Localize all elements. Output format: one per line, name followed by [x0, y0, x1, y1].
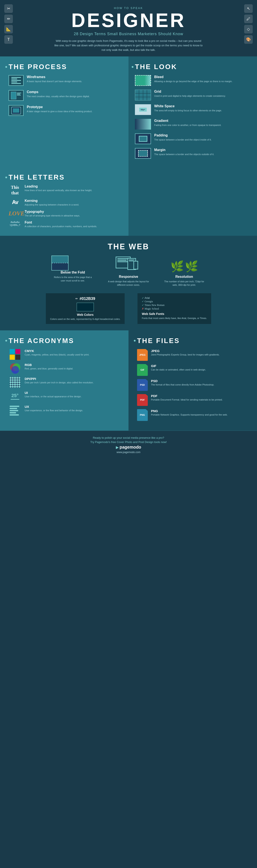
- cmyk-desc: Cyan, magenta, yellow, and key (black), …: [25, 353, 89, 356]
- color-swatch: [77, 303, 94, 311]
- gradient-text: Gradient Fading from one color to anothe…: [154, 119, 221, 127]
- whitespace-text: White Space The area left empty to bring…: [154, 104, 222, 113]
- wireframes-item: Wireframes A basic layout that doesn't y…: [8, 75, 122, 86]
- letters-title: THE LETTERS: [8, 173, 65, 181]
- paint-icon: 🎨: [244, 35, 253, 44]
- fold-bottom: [52, 263, 68, 270]
- grid-icon: [135, 90, 151, 100]
- letters-column: THE LETTERS Thisthat Leading How lines o…: [0, 169, 128, 236]
- dpi-text: DPI/PPI Dots per inch / pixels per inch …: [25, 377, 94, 384]
- whitespace-item: 50p+ White Space The area left empty to …: [135, 104, 251, 115]
- web-colors-label: Web Colors: [77, 313, 94, 316]
- header: ✂ ✏ 📐 T ↖ 🖊 ◇ 🎨 How to Speak DESIGNER 28…: [0, 0, 257, 56]
- brand-arrow: ▶: [116, 445, 118, 449]
- psd-icon: PSD: [137, 379, 148, 391]
- margin-text: Margin The space between a border and th…: [154, 148, 214, 156]
- png-text: PNG Portable Network Graphics. Supports …: [151, 409, 228, 416]
- header-description: With easy-to-use graphic design tools fr…: [53, 39, 204, 52]
- below-fold-desc: Refers to the area of the page that a us…: [51, 275, 94, 283]
- font-tnr: Times New Roman: [142, 304, 207, 307]
- web-fonts-desc: Fonts that most users likely have, like …: [142, 317, 207, 320]
- pencil-icon: ✏: [4, 14, 13, 23]
- grid-item: Grid Used in print and digital to help a…: [135, 90, 251, 100]
- font-georgia: Georgia: [142, 300, 207, 303]
- web-fonts-box: Arial Georgia Times New Roman Magic Scho…: [138, 293, 211, 324]
- jpeg-item: JPEG JPEG Joint Photographic Experts Gro…: [137, 349, 251, 361]
- margin-item: Margin The space between a border and th…: [135, 148, 251, 159]
- wireframes-desc: A basic layout that doesn't yet have des…: [27, 80, 82, 83]
- gif-item: GIF GIF Can be static or animated, often…: [137, 364, 251, 376]
- comps-item: Comps The next creative step, usually wh…: [8, 90, 122, 101]
- pdf-item: PDF PDF Portable Document Format. Ideal …: [137, 394, 251, 406]
- web-info-row: ✏ #012B39 Web Colors Colors used on the …: [13, 293, 244, 324]
- cmyk-name: CMYK: [25, 349, 89, 353]
- margin-desc: The space between a border and the objec…: [154, 153, 214, 156]
- process-title: THE PROCESS: [8, 63, 67, 71]
- wireframes-icon: [8, 75, 24, 86]
- jpeg-name: JPEG: [151, 349, 220, 353]
- padding-desc: The space between a border and the objec…: [154, 138, 212, 142]
- pdf-desc: Portable Document Format. Ideal for send…: [151, 398, 222, 401]
- leading-name: Leading: [25, 185, 92, 188]
- font-demo: AaAaAa!@#$%.,?: [8, 221, 22, 227]
- wireframes-name: Wireframes: [27, 75, 82, 79]
- gif-desc: Can be static or animated, often used in…: [151, 368, 206, 371]
- ui-desc: User interface, or the actual appearance…: [25, 395, 81, 398]
- font-desc: A collection of characters, punctuation …: [25, 225, 97, 228]
- ui-text: UI User interface, or the actual appeara…: [25, 391, 81, 398]
- ui-item: 25° UI User interface, or the actual app…: [8, 391, 122, 402]
- png-icon: PNG: [137, 409, 148, 421]
- font-magic: Magic School: [142, 307, 207, 310]
- psd-item: PSD PSD The format of files that come di…: [137, 379, 251, 391]
- pen-icon: 🖊: [244, 14, 253, 23]
- png-name: PNG: [151, 409, 228, 413]
- psd-desc: The format of files that come directly f…: [151, 383, 214, 386]
- below-fold-icon: [51, 255, 69, 271]
- kerning-demo: Av: [8, 199, 22, 206]
- cmyk-icon: [8, 349, 22, 360]
- look-title: THE LOOK: [135, 63, 177, 71]
- header-tagline: 28 Design Terms Small Business Marketers…: [13, 32, 244, 36]
- ux-text: UX User experience, or the flow and beha…: [25, 405, 83, 412]
- grid-text: Grid Used in print and digital to help a…: [154, 90, 226, 98]
- typography-demo: LOVE: [8, 210, 22, 217]
- cmyk-text: CMYK Cyan, magenta, yellow, and key (bla…: [25, 349, 89, 356]
- comps-text: Comps The next creative step, usually wh…: [27, 90, 90, 98]
- padding-item: Padding The space between a border and t…: [135, 133, 251, 144]
- typography-name: Typography: [25, 210, 80, 214]
- prototype-icon: [8, 105, 24, 116]
- comps-name: Comps: [27, 90, 90, 94]
- font-arial: Arial: [142, 297, 207, 300]
- brand-logo: ▶ pagemodo: [5, 445, 252, 450]
- gradient-icon: [135, 119, 151, 130]
- web-items-row: Below the Fold Refers to the area of the…: [13, 255, 244, 287]
- cursor-icon: ↖: [244, 4, 253, 13]
- process-look-section: THE PROCESS Wireframes A basic layout th…: [0, 56, 257, 169]
- leading-demo: Thisthat: [8, 185, 22, 196]
- bottom-section: THE ACRONYMS CMYK Cyan, magenta, yellow,…: [0, 330, 257, 431]
- footer: Ready to polish up your social media pre…: [0, 431, 257, 459]
- web-fonts-label: Web Safe Fonts: [142, 312, 207, 316]
- gif-icon: GIF: [137, 364, 148, 376]
- ui-icon: 25°: [8, 391, 22, 402]
- typography-item: LOVE Typography The art of arranging typ…: [8, 210, 120, 217]
- kerning-item: Av Kerning Adjusting the spacing between…: [8, 199, 120, 206]
- web-title: THE WEB: [13, 242, 244, 251]
- comps-icon: [8, 90, 24, 101]
- whitespace-desc: The area left empty to bring focus to ot…: [154, 109, 222, 113]
- bleed-text: Bleed Allowing a design to go beyond the…: [154, 75, 232, 83]
- whitespace-icon: 50p+: [135, 104, 151, 115]
- resolution-item: 🌿 🌿 Resolution The number of dots per in…: [163, 255, 206, 287]
- rgb-name: RGB: [25, 363, 73, 367]
- padding-text: Padding The space between a border and t…: [154, 133, 212, 142]
- prototype-text: Prototype A later stage meant to give a …: [27, 105, 92, 113]
- psd-name: PSD: [151, 379, 214, 383]
- bleed-name: Bleed: [154, 75, 232, 79]
- header-left-icons: ✂ ✏ 📐 T: [4, 4, 13, 44]
- dpi-desc: Dots per inch / pixels per inch in desig…: [25, 381, 94, 384]
- process-column: THE PROCESS Wireframes A basic layout th…: [0, 56, 128, 169]
- web-color-hex: #012B39: [80, 297, 95, 301]
- acronyms-column: THE ACRONYMS CMYK Cyan, magenta, yellow,…: [0, 330, 128, 431]
- fold-top: [52, 256, 68, 263]
- responsive-name: Responsive: [107, 275, 150, 279]
